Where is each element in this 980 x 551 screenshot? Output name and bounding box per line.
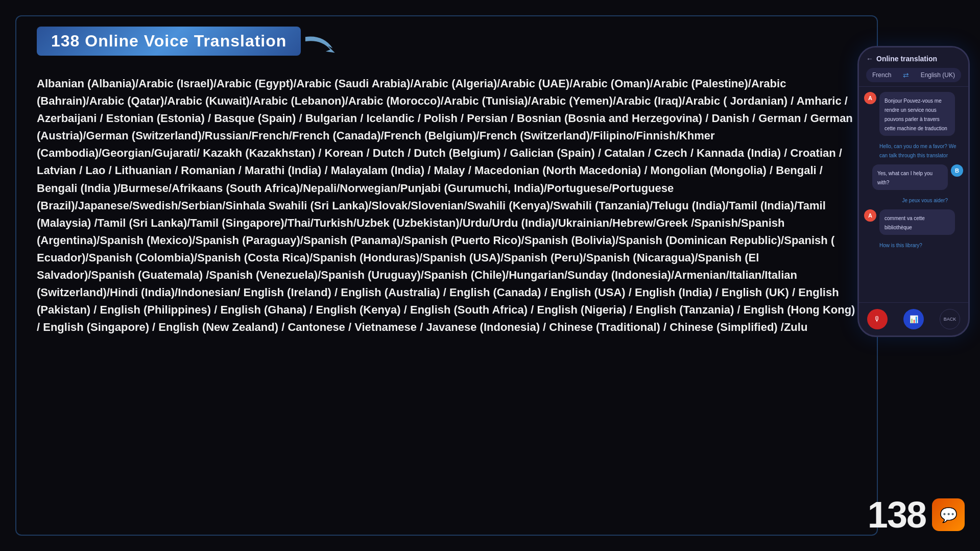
microphone-icon: 🎙 [874,315,881,323]
message-bubble: Bonjour Pouvez-vous me rendre un service… [879,92,955,136]
brand-icon: 💬 [932,498,965,531]
avatar-b: B [951,164,963,177]
message-bubble: comment va cette bibliothèque [879,209,955,235]
translated-text: Hello, can you do me a favor? We can tal… [879,141,956,158]
message-row: B Yes, what can I help you with? [864,164,963,190]
translated-text: Je peux vous aider? [902,196,948,203]
main-container: 138 Online Voice Translation Albanian (A… [15,15,878,536]
target-language[interactable]: English (UK) [921,71,955,79]
message-bubble: Yes, what can I help you with? [872,164,948,190]
bottom-branding: 138 💬 [868,494,965,536]
swap-languages-icon[interactable]: ⇄ [903,71,909,79]
back-button[interactable]: BACK [940,309,960,329]
avatar-a: A [864,92,876,104]
chat-area: A Bonjour Pouvez-vous me rendre un servi… [859,87,968,302]
translation-row: Je peux vous aider? [864,195,963,204]
phone-mockup: ← Online translation French ⇄ English (U… [857,46,970,337]
language-selector[interactable]: French ⇄ English (UK) [866,68,961,82]
page-title: 138 Online Voice Translation [51,32,286,51]
message-row: A Bonjour Pouvez-vous me rendre un servi… [864,92,963,136]
message-row: A comment va cette bibliothèque [864,209,963,235]
phone-nav: ← Online translation [866,55,961,63]
translation-row: How is this library? [864,240,963,249]
chat-icon: 💬 [940,507,958,523]
original-text: Yes, what can I help you with? [877,171,933,185]
arrow-decoration [301,31,342,61]
record-button-b[interactable]: 📊 [903,309,924,329]
avatar-a-2: A [864,209,876,222]
brand-number: 138 [868,494,926,536]
original-text: Bonjour Pouvez-vous me rendre un service… [885,98,947,131]
record-button-a[interactable]: 🎙 [867,309,888,329]
languages-text: Albanian (Albania)/Arabic (Israel)/Arabi… [37,75,856,336]
source-language[interactable]: French [872,71,891,79]
phone-controls: 🎙 📊 BACK [859,302,968,336]
original-text: comment va cette bibliothèque [885,215,925,230]
back-label: BACK [944,317,957,322]
title-badge: 138 Online Voice Translation [37,27,301,56]
phone-screen-title: Online translation [876,55,937,63]
back-arrow-icon[interactable]: ← [866,55,873,63]
waveform-icon: 📊 [910,315,918,323]
translated-text: How is this library? [879,241,922,248]
translation-row: Hello, can you do me a favor? We can tal… [864,141,963,159]
phone-header: ← Online translation French ⇄ English (U… [859,47,968,87]
